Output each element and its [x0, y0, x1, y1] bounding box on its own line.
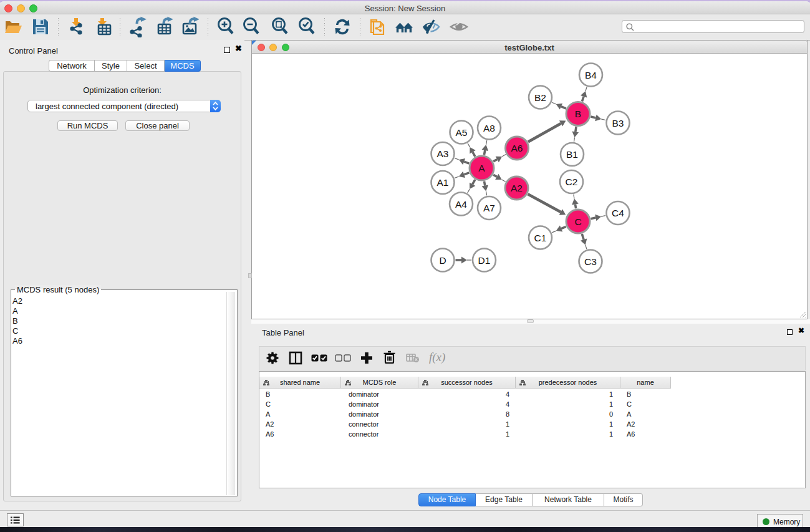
svg-text:C1: C1 — [534, 233, 547, 243]
svg-text:A5: A5 — [456, 127, 468, 138]
svg-text:B1: B1 — [566, 149, 578, 160]
svg-text:C: C — [574, 216, 581, 227]
svg-text:A4: A4 — [455, 199, 467, 210]
svg-text:D1: D1 — [478, 255, 491, 266]
svg-text:A3: A3 — [437, 148, 449, 159]
svg-text:A: A — [478, 163, 485, 173]
svg-text:B: B — [575, 109, 581, 119]
svg-text:A6: A6 — [511, 143, 523, 153]
svg-text:C2: C2 — [566, 177, 578, 187]
svg-text:B3: B3 — [612, 118, 624, 128]
svg-text:C3: C3 — [584, 256, 597, 267]
svg-text:A7: A7 — [483, 203, 495, 213]
svg-text:A2: A2 — [511, 183, 523, 193]
svg-text:A1: A1 — [437, 177, 449, 188]
svg-text:C4: C4 — [612, 208, 624, 218]
svg-text:B4: B4 — [585, 70, 597, 80]
svg-text:D: D — [439, 255, 446, 266]
svg-text:A8: A8 — [483, 123, 495, 133]
svg-text:B2: B2 — [534, 92, 546, 103]
